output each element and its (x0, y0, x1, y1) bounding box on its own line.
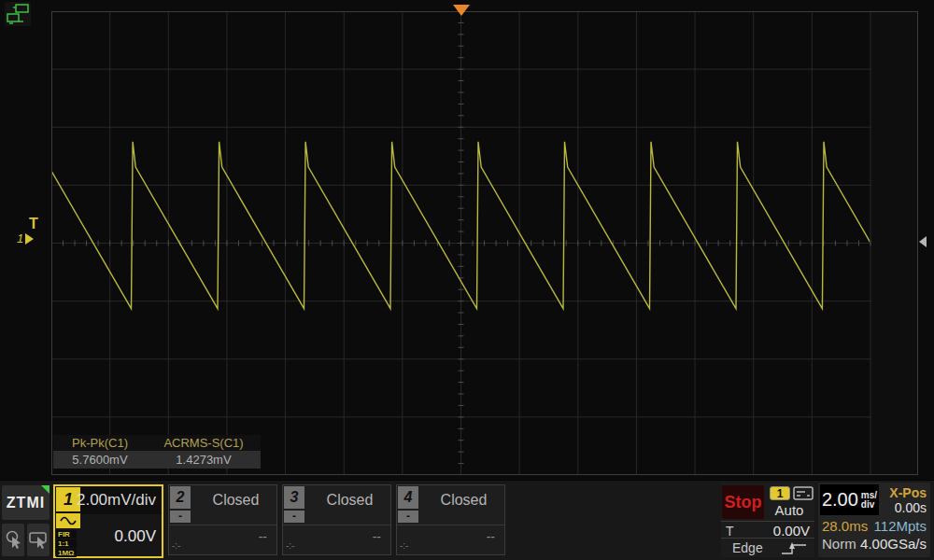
channel-1-tags: FIR 1:1 1MΩ (56, 530, 77, 557)
channel-4-panel[interactable]: 4 - Closed -- -:- (396, 484, 505, 555)
channel-2-probe-ratio: -:- (172, 540, 180, 551)
channel-3-badge: 3 (284, 486, 304, 509)
channel-2-coupling-badge: - (170, 511, 191, 523)
channel-2-panel[interactable]: 2 - Closed -- -:- (168, 484, 277, 555)
trigger-level-row[interactable]: T 0.00V (721, 521, 814, 538)
timebase-scale-unit: ms/ div (861, 491, 877, 510)
waveform-display[interactable]: Pk-Pk(C1) ACRMS-S(C1) 5.7600mV 1.4273mV (51, 11, 918, 475)
measurement-value-pkpk: 5.7600mV (53, 451, 147, 469)
logo-corner-badge-icon (41, 485, 50, 494)
channel-3-status: Closed (309, 492, 390, 509)
channel-3-panel[interactable]: 3 - Closed -- -:- (282, 484, 391, 555)
trigger-type-label: Edge (732, 540, 763, 555)
dual-display-icon (5, 2, 31, 26)
channel-1-tag-fir: FIR (56, 530, 77, 539)
timebase-unit-top: ms/ (861, 491, 877, 500)
channel-2-status: Closed (195, 492, 276, 509)
channel-4-status: Closed (423, 492, 504, 509)
touchpad-icon (29, 531, 48, 550)
channel1-marker-number: 1 (17, 232, 23, 245)
channel-1-panel[interactable]: 1 2.00mV/div 0.00V FIR 1:1 1MΩ (53, 484, 163, 558)
ac-coupling-icon (60, 516, 77, 525)
channel-1-tag-probe: 1:1 (56, 539, 77, 548)
ac-coupling-badge[interactable] (56, 513, 80, 528)
brand-logo-text: ZTMI (7, 495, 45, 511)
channel-1-offset: 0.00V (115, 527, 156, 546)
graticule-and-trace (51, 11, 918, 475)
channel1-marker-arrow-icon (25, 233, 34, 245)
acquisition-mode-row: Norm 4.00GSa/s (818, 536, 930, 553)
xpos-label: X-Pos (889, 485, 927, 500)
channel-3-offset: -- (373, 529, 381, 544)
left-axis-markers: T 1 (17, 217, 50, 245)
trigger-level-label[interactable]: T (17, 217, 50, 231)
brand-logo[interactable]: ZTMI (2, 485, 50, 520)
trigger-sweep-mode[interactable]: Auto (766, 502, 813, 518)
timebase-unit-bottom: div (861, 500, 877, 510)
trigger-level-value: 0.00V (773, 523, 810, 539)
measurement-value-acrms: 1.4273mV (147, 451, 261, 469)
channel-2-offset: -- (259, 529, 267, 544)
acquisition-mode: Norm (822, 536, 856, 552)
touch-gesture-button[interactable] (2, 524, 24, 556)
channel-4-divider (397, 525, 504, 525)
display-capture-icon[interactable] (5, 2, 31, 26)
timebase-panel: 2.00 ms/ div X-Pos 0.00s 28.0ms 112Mpts … (818, 483, 930, 557)
channel-2-divider (169, 525, 276, 525)
timebase-scale-value: 2.00 (822, 489, 858, 511)
trigger-source-badge[interactable]: 1 (770, 486, 790, 500)
channel-1-tag-impedance: 1MΩ (56, 549, 77, 557)
measurement-label-pkpk: Pk-Pk(C1) (53, 435, 147, 451)
trigger-level-marker-icon[interactable] (919, 236, 927, 247)
channel-3-coupling-badge: - (284, 511, 304, 523)
channel-4-probe-ratio: -:- (400, 540, 408, 551)
channel-3-probe-ratio: -:- (286, 540, 294, 551)
measurement-label-acrms: ACRMS-S(C1) (147, 435, 261, 451)
timebase-scale-box[interactable]: 2.00 ms/ div (820, 484, 879, 515)
trigger-position-marker[interactable] (453, 5, 470, 16)
xpos-value[interactable]: 0.00s (895, 500, 927, 515)
channel-4-badge: 4 (398, 486, 418, 509)
channel-2-badge: 2 (170, 486, 191, 509)
acquisition-window: 28.0ms (822, 518, 868, 534)
memory-depth: 112Mpts (874, 518, 927, 534)
sample-rate: 4.00GSa/s (860, 536, 927, 552)
measurements-panel: Pk-Pk(C1) ACRMS-S(C1) 5.7600mV 1.4273mV (53, 435, 261, 469)
bottom-bar: ZTMI 1 2.00mV/div 0.00V (0, 480, 934, 560)
acquisition-window-row: 28.0ms 112Mpts (818, 518, 930, 535)
channel-4-coupling-badge: - (398, 511, 418, 523)
channel-4-offset: -- (487, 529, 495, 544)
trigger-level-label: T (726, 524, 734, 539)
channel-3-divider (283, 525, 390, 525)
touchpad-button[interactable] (27, 524, 50, 556)
touch-gesture-icon (5, 530, 21, 551)
rising-edge-icon (779, 541, 809, 559)
trigger-type-row[interactable]: Edge (721, 538, 814, 557)
oscilloscope-screen: Pk-Pk(C1) ACRMS-S(C1) 5.7600mV 1.4273mV … (0, 0, 934, 560)
channel1-position-marker[interactable]: 1 (17, 232, 50, 245)
trigger-panel: Stop 1 Auto T 0.00V Edge (721, 483, 814, 557)
channel-1-scale: 2.00mV/div (77, 491, 156, 510)
run-stop-button[interactable]: Stop (722, 485, 764, 519)
